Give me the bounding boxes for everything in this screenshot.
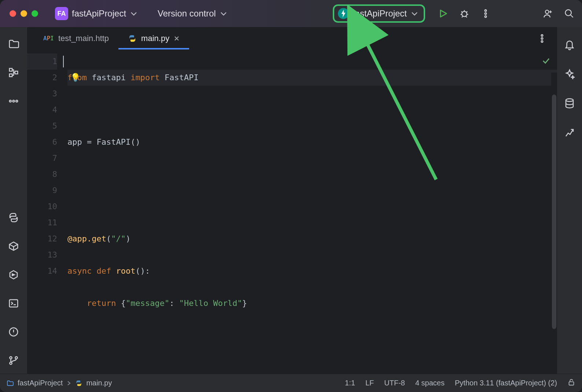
svg-point-1 [485,10,487,12]
code-content[interactable]: from fastapi import FastAPI app = FastAP… [63,50,557,374]
terminal-button[interactable] [5,295,22,311]
svg-point-19 [541,40,543,42]
tab-main-py[interactable]: main.py [118,27,189,49]
project-tool-button[interactable] [5,36,22,52]
svg-rect-8 [15,71,18,74]
svg-point-5 [566,10,571,16]
version-control-button[interactable] [5,352,22,369]
ide-lock-button[interactable] [567,378,575,388]
caret [63,56,64,67]
python-file-icon [128,34,137,43]
run-config-selector[interactable]: fastApiProject [333,4,425,23]
chevron-down-icon [130,10,138,18]
scrollbar-thumb[interactable] [552,95,556,329]
svg-point-16 [15,356,17,359]
svg-point-4 [545,10,549,14]
database-icon [564,98,575,109]
more-tools-button[interactable] [5,93,22,109]
tab-test-main-http[interactable]: API test_main.http [34,27,118,49]
ellipsis-icon [8,96,19,107]
editor-tabs: API test_main.http main.py [27,27,557,50]
svg-point-9 [10,100,11,102]
http-api-icon: API [43,35,54,42]
folder-icon [8,38,19,49]
packages-icon [8,241,19,252]
version-control-label: Version control [158,8,216,19]
svg-point-20 [566,99,573,102]
chart-icon [564,127,575,138]
structure-tool-button[interactable] [5,64,22,81]
svg-point-15 [10,362,12,364]
minimize-window-button[interactable] [21,10,27,17]
bell-icon [564,39,575,50]
code-with-me-button[interactable] [539,5,556,22]
editor-scrollbar[interactable] [551,73,557,374]
window-controls [10,10,38,17]
tab-more-button[interactable] [534,30,550,47]
python-console-button[interactable] [5,210,22,226]
tab-label: test_main.http [58,34,109,43]
search-everywhere-button[interactable] [561,5,578,22]
svg-point-14 [10,356,12,359]
left-toolbar [0,27,27,374]
debug-button[interactable] [456,5,473,22]
editor-area: API test_main.http main.py [27,27,557,374]
svg-point-10 [13,100,15,102]
svg-point-2 [485,13,487,15]
git-branch-icon [8,355,19,366]
chevron-down-icon [220,10,228,18]
ai-assistant-button[interactable] [561,66,578,82]
database-button[interactable] [561,95,578,111]
sparkle-icon [564,69,575,79]
endpoints-button[interactable] [561,125,578,141]
svg-point-18 [541,37,543,39]
more-actions-button[interactable] [477,5,494,22]
right-toolbar [557,27,582,374]
project-badge-icon: FA [55,7,68,20]
version-control-menu[interactable]: Version control [155,7,231,20]
zoom-window-button[interactable] [32,10,38,17]
project-name-label: fastApiProject [72,8,126,19]
terminal-icon [8,298,19,309]
python-icon [8,212,19,223]
tab-label: main.py [141,34,169,43]
svg-rect-6 [10,69,12,71]
gutter[interactable]: 1234567891011121314 [27,50,63,374]
problems-button[interactable] [5,324,22,340]
svg-rect-7 [10,74,12,77]
run-button[interactable] [435,5,452,22]
inspection-ok-icon[interactable] [542,56,550,65]
close-tab-button[interactable] [174,36,180,41]
svg-point-11 [16,100,18,102]
services-button[interactable] [5,267,22,283]
run-config-label: fastApiProject [353,8,407,19]
titlebar: FA fastApiProject Version control fastAp… [0,0,582,27]
python-packages-button[interactable] [5,238,22,254]
svg-rect-12 [10,300,18,307]
code-editor[interactable]: 1234567891011121314 from fastapi import … [27,50,557,374]
folder-icon [7,380,14,386]
services-icon [8,269,19,280]
problems-icon [8,326,19,337]
intention-bulb-icon[interactable]: 💡 [70,70,80,86]
close-window-button[interactable] [10,10,16,17]
structure-icon [8,67,19,78]
notifications-button[interactable] [561,37,578,53]
svg-point-17 [541,34,543,36]
svg-point-3 [485,16,487,18]
chevron-down-icon [410,10,419,18]
fastapi-icon [338,8,349,19]
project-selector[interactable]: FA fastApiProject [52,5,141,22]
svg-rect-21 [569,382,574,385]
breadcrumb-project: fastApiProject [18,379,63,387]
